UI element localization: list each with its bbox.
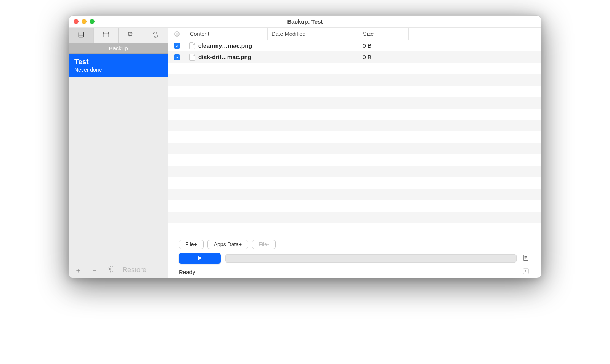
content-pane: Content Date Modified Size cleanmy…mac.p… — [168, 28, 541, 278]
table-row[interactable]: cleanmy…mac.png0 B — [168, 40, 541, 51]
table-row — [168, 177, 541, 189]
add-file-button[interactable]: File+ — [179, 240, 204, 249]
table-row — [168, 212, 541, 223]
table-row — [168, 143, 541, 154]
checkmark-icon — [174, 54, 180, 60]
checkmark-icon — [174, 43, 180, 49]
table-row — [168, 131, 541, 143]
table-row — [168, 166, 541, 177]
column-header-date[interactable]: Date Modified — [267, 28, 359, 40]
add-plan-button[interactable]: ＋ — [74, 266, 82, 275]
table-row — [168, 189, 541, 200]
table-row[interactable]: disk-dril…mac.png0 B — [168, 51, 541, 63]
settings-button[interactable] — [106, 265, 114, 275]
column-header-content[interactable]: Content — [186, 28, 267, 40]
gear-icon — [106, 265, 114, 275]
row-filename: cleanmy…mac.png — [186, 42, 267, 49]
file-table-body: cleanmy…mac.png0 Bdisk-dril…mac.png0 B — [168, 40, 541, 237]
status-bar: Ready — [168, 266, 541, 278]
table-row — [168, 154, 541, 166]
row-size: 0 B — [359, 42, 408, 49]
backup-plan-status: Never done — [74, 67, 162, 73]
backup-plan-name: Test — [74, 58, 162, 66]
svg-point-4 — [109, 268, 111, 270]
row-checkbox[interactable] — [168, 54, 186, 60]
sidebar: Backup Test Never done ＋ － Restore — [69, 28, 168, 278]
target-icon — [174, 31, 180, 37]
remove-plan-button[interactable]: － — [90, 266, 98, 275]
restore-button[interactable]: Restore — [122, 266, 146, 274]
sidebar-tabs — [69, 28, 168, 43]
add-apps-data-button[interactable]: Apps Data+ — [207, 240, 249, 249]
alerts-button[interactable] — [521, 267, 530, 276]
file-buttons-bar: File+ Apps Data+ File- — [168, 237, 541, 251]
archive-icon — [102, 31, 110, 40]
file-icon — [189, 42, 195, 49]
run-backup-button[interactable] — [179, 253, 221, 264]
table-header: Content Date Modified Size — [168, 28, 541, 40]
close-window-button[interactable] — [74, 19, 79, 24]
backup-plan-item[interactable]: Test Never done — [69, 54, 168, 77]
alert-icon — [522, 268, 530, 276]
table-row — [168, 97, 541, 109]
log-button[interactable] — [521, 254, 530, 263]
table-row — [168, 109, 541, 120]
document-icon — [522, 254, 530, 263]
list-icon — [77, 31, 85, 40]
svg-point-7 — [526, 273, 526, 273]
tab-backups[interactable] — [69, 28, 94, 43]
svg-rect-1 — [103, 32, 108, 34]
title-bar: Backup: Test — [69, 16, 541, 28]
play-icon — [197, 255, 203, 262]
svg-rect-0 — [79, 32, 83, 37]
tab-copy[interactable] — [119, 28, 143, 43]
minimize-window-button[interactable] — [82, 19, 87, 24]
sync-icon — [152, 31, 159, 40]
table-row — [168, 86, 541, 97]
table-row — [168, 63, 541, 74]
status-text: Ready — [179, 269, 195, 275]
table-row — [168, 223, 541, 234]
row-checkbox[interactable] — [168, 43, 186, 49]
row-filename: disk-dril…mac.png — [186, 54, 267, 61]
window-title: Backup: Test — [69, 18, 541, 25]
row-filename-text: disk-dril…mac.png — [198, 54, 252, 61]
sidebar-footer: ＋ － Restore — [69, 262, 168, 278]
table-row — [168, 120, 541, 131]
remove-file-button[interactable]: File- — [252, 240, 275, 249]
maximize-window-button[interactable] — [90, 19, 95, 24]
file-icon — [189, 54, 195, 61]
select-column-header[interactable] — [168, 28, 186, 40]
table-row — [168, 74, 541, 86]
run-bar — [168, 251, 541, 266]
table-row — [168, 200, 541, 212]
tab-sync[interactable] — [143, 28, 168, 43]
column-header-size[interactable]: Size — [359, 28, 408, 40]
copy-icon — [127, 31, 135, 40]
row-filename-text: cleanmy…mac.png — [198, 42, 252, 49]
progress-bar — [225, 254, 517, 263]
app-window: Backup: Test — [69, 15, 541, 278]
row-size: 0 B — [359, 54, 408, 61]
tab-archive[interactable] — [94, 28, 119, 43]
sidebar-section-header: Backup — [69, 43, 168, 54]
